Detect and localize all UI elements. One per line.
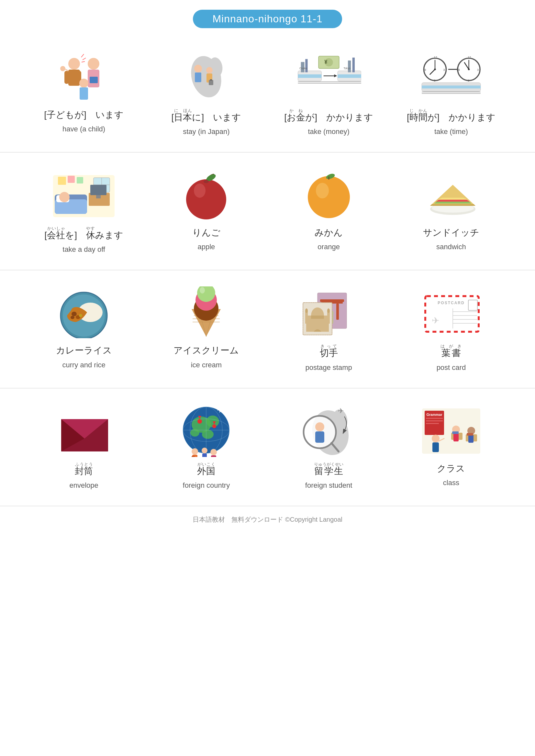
svg-text:9: 9 — [458, 68, 460, 71]
svg-rect-73 — [68, 176, 75, 183]
vocab-item-apple: りんご apple — [148, 169, 264, 251]
svg-rect-9 — [90, 77, 98, 83]
vocab-item-class: Grammar — [393, 405, 509, 487]
section-1: [子どもが] います have (a child) — [0, 35, 535, 153]
vocab-item-foreign-student: ✈ 留学生りゅうがくせい foreign student — [271, 405, 387, 490]
svg-marker-89 — [440, 186, 466, 198]
svg-rect-20 — [209, 80, 213, 85]
vocab-item-postcard: POSTCARD ✈ 葉書は が き post card — [393, 286, 509, 372]
footer-text: 日本語教材 無料ダウンロード ©Copyright Langoal — [193, 516, 342, 523]
english-text-14: foreign country — [183, 481, 230, 490]
vocab-row-4: 封筒ふうとう envelope — [26, 398, 509, 499]
stamp-illustration — [296, 286, 361, 338]
vocab-item-orange: みかん orange — [271, 169, 387, 251]
svg-rect-158 — [192, 456, 195, 457]
svg-point-108 — [200, 287, 205, 294]
english-text-5: take a day off — [63, 245, 105, 254]
svg-rect-17 — [195, 72, 201, 82]
english-text-1: have (a child) — [63, 125, 105, 133]
svg-point-94 — [71, 312, 77, 316]
svg-point-7 — [88, 58, 99, 70]
english-text-8: sandwich — [436, 243, 466, 251]
vocab-item-time: 12 3 6 9 12 3 6 9 — [393, 51, 509, 136]
svg-rect-171 — [315, 432, 324, 443]
english-text-2: stay (in Japan) — [183, 127, 230, 136]
svg-rect-178 — [426, 420, 443, 421]
vocab-item-family: [子どもが] います have (a child) — [26, 51, 142, 133]
svg-rect-177 — [426, 418, 443, 419]
dayoff-illustration — [51, 169, 116, 220]
japanese-text-9: カレーライス — [56, 344, 112, 357]
japanese-text-10: アイスクリーム — [174, 344, 239, 357]
vocab-item-sandwich: サンドイッチ sandwich — [393, 169, 509, 251]
vocab-item-envelope: 封筒ふうとう envelope — [26, 405, 142, 490]
vocab-row-2: [会社かいしゃを] 休やすみます take a day off — [26, 162, 509, 264]
icecream-illustration — [174, 286, 239, 338]
japanese-text-11: 切手きって — [320, 344, 338, 359]
svg-rect-184 — [453, 433, 459, 441]
sandwich-illustration — [419, 169, 484, 220]
svg-text:Tokyo: Tokyo — [343, 67, 351, 70]
svg-point-78 — [204, 180, 209, 183]
english-text-10: ice cream — [191, 361, 222, 369]
svg-rect-162 — [211, 455, 216, 457]
svg-text:9: 9 — [424, 68, 426, 71]
svg-rect-189 — [467, 433, 473, 435]
japanese-text-14: 外国がいこく — [197, 462, 215, 477]
svg-rect-32 — [352, 58, 354, 72]
svg-rect-72 — [58, 177, 66, 185]
postcard-illustration: POSTCARD ✈ — [419, 286, 484, 338]
japanese-text-3: [お金かねが] かかります — [284, 108, 373, 124]
svg-point-124 — [327, 308, 330, 313]
english-text-3: take (money) — [308, 127, 349, 136]
orange-illustration — [296, 169, 361, 220]
svg-point-10 — [79, 79, 88, 88]
svg-rect-181 — [433, 442, 439, 452]
english-text-4: take (time) — [434, 127, 468, 136]
svg-rect-120 — [311, 316, 324, 319]
japanese-text-16: クラス — [437, 462, 465, 475]
vocab-item-curry: カレーライス curry and rice — [26, 286, 142, 369]
svg-point-76 — [194, 183, 206, 198]
english-text-13: envelope — [69, 481, 98, 490]
section-3: カレーライス curry and rice — [0, 270, 535, 388]
japanese-text-8: サンドイッチ — [423, 226, 479, 239]
svg-rect-31 — [348, 61, 351, 72]
svg-text:6: 6 — [434, 79, 435, 82]
svg-point-144 — [202, 430, 213, 439]
footer: 日本語教材 無料ダウンロード ©Copyright Langoal — [0, 506, 535, 533]
svg-text:✈: ✈ — [432, 316, 439, 325]
svg-line-6 — [82, 62, 85, 62]
svg-point-71 — [59, 192, 70, 202]
svg-rect-25 — [305, 59, 307, 72]
svg-rect-74 — [77, 177, 83, 183]
class-illustration: Grammar — [419, 405, 484, 456]
vocab-item-icecream: アイスクリーム ice cream — [148, 286, 264, 369]
svg-rect-160 — [202, 453, 207, 457]
japanese-text-5: [会社かいしゃを] 休やすみます — [44, 226, 123, 241]
vocab-item-dayoff: [会社かいしゃを] 休やすみます take a day off — [26, 169, 142, 254]
svg-point-96 — [70, 316, 74, 319]
vocab-item-japan: [日本に ほんに] います stay (in Japan) — [148, 51, 264, 136]
foreign-student-illustration: ✈ — [296, 405, 361, 456]
japanese-text-4: [時間じ かんが] かかります — [407, 108, 495, 124]
page-header: Minnano-nihongo 11-1 — [0, 0, 535, 35]
svg-rect-21 — [210, 79, 212, 81]
japanese-text-6: りんご — [192, 226, 220, 239]
english-text-12: post card — [436, 363, 466, 372]
foreign-country-illustration: ✈ — [174, 405, 239, 456]
svg-point-159 — [202, 448, 208, 453]
svg-text:¥: ¥ — [324, 59, 327, 65]
svg-text:12: 12 — [434, 56, 437, 59]
japanese-text-1: [子どもが] います — [44, 108, 124, 121]
time-illustration: 12 3 6 9 12 3 6 9 — [419, 51, 484, 102]
svg-point-152 — [197, 419, 202, 424]
svg-text:12: 12 — [468, 56, 471, 59]
vocab-row-1: [子どもが] います have (a child) — [26, 44, 509, 146]
svg-text:3: 3 — [443, 68, 445, 71]
english-text-9: curry and rice — [62, 361, 105, 369]
svg-rect-66 — [90, 185, 106, 195]
svg-text:Osaka: Osaka — [299, 67, 307, 70]
svg-rect-82 — [328, 176, 329, 180]
svg-rect-11 — [80, 87, 88, 100]
